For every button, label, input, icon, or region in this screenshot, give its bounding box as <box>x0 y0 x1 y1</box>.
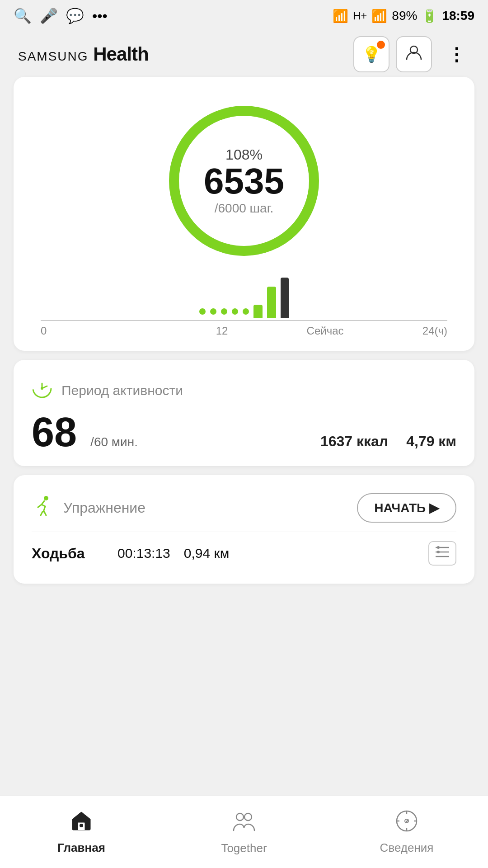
activity-distance: 4,79 км <box>406 433 456 450</box>
compass-icon <box>395 809 418 837</box>
search-icon: 🔍 <box>14 7 32 24</box>
activity-stats: 68 /60 мин. 1637 ккал 4,79 км <box>32 412 456 453</box>
chart-bars <box>41 276 447 321</box>
exercise-divider <box>32 532 456 532</box>
samsung-text: SAMSUNG <box>18 49 89 63</box>
notification-dot <box>377 41 385 49</box>
chart-labels: 0 12 Сейчас 24(ч) <box>41 321 447 337</box>
profile-button[interactable] <box>396 36 432 72</box>
header-actions: 💡 ⋮ <box>353 36 474 72</box>
nav-item-home[interactable]: Главная <box>0 809 163 855</box>
exercise-card[interactable]: Упражнение НАЧАТЬ ▶ Ходьба 00:13:13 0,94… <box>14 475 474 584</box>
svg-point-7 <box>44 496 48 500</box>
sim-icon: 📶 <box>333 9 348 24</box>
home-icon <box>70 809 93 837</box>
health-text: Health <box>93 43 148 65</box>
activity-title: Период активности <box>61 383 183 398</box>
together-icon <box>232 809 256 838</box>
main-content: 108% 6535 /6000 шаг. <box>0 77 488 674</box>
chart-dot-1 <box>199 308 206 315</box>
mic-icon: 🎤 <box>40 7 58 24</box>
network-icon: 📶 <box>371 9 387 24</box>
chart-label-end: 24(ч) <box>422 325 447 337</box>
activity-header: Период активности <box>32 378 456 403</box>
status-bar: 🔍 🎤 💬 ••• 📶 H+ 📶 89% 🔋 18:59 <box>0 0 488 32</box>
nav-label-together: Together <box>221 841 267 855</box>
nav-label-info: Сведения <box>380 841 434 855</box>
activity-minutes: 68 <box>32 412 77 453</box>
activity-icon <box>32 378 52 403</box>
chart-bar-current <box>281 278 289 318</box>
time-display: 18:59 <box>442 9 474 23</box>
svg-point-14 <box>244 813 252 821</box>
chart-label-now: Сейчас <box>307 325 344 337</box>
bottom-spacer <box>14 593 474 674</box>
whatsapp-icon: 💬 <box>66 7 84 24</box>
exercise-activity-name: Ходьба <box>32 545 104 562</box>
chart-dot-5 <box>243 308 249 315</box>
bottom-nav: Главная Together <box>0 796 488 868</box>
exercise-activity-row: Ходьба 00:13:13 0,94 км <box>32 537 456 570</box>
signal-icon: H+ <box>353 9 367 22</box>
steps-chart: 0 12 Сейчас 24(ч) <box>32 276 456 337</box>
chart-dot-4 <box>232 308 238 315</box>
exercise-activity-distance: 0,94 км <box>184 546 229 561</box>
start-exercise-button[interactable]: НАЧАТЬ ▶ <box>357 493 456 523</box>
chart-bar-2 <box>267 287 276 318</box>
exercise-header: Упражнение НАЧАТЬ ▶ <box>32 493 456 523</box>
vertical-dots-icon: ⋮ <box>447 44 465 65</box>
nav-item-info[interactable]: Сведения <box>325 809 488 855</box>
app-logo: SAMSUNG Health <box>18 43 149 65</box>
exercise-activity-time: 00:13:13 <box>117 546 170 561</box>
list-detail-icon[interactable] <box>428 541 456 566</box>
running-icon <box>32 495 54 522</box>
app-header: SAMSUNG Health 💡 ⋮ <box>0 32 488 77</box>
activity-secondary: 1637 ккал 4,79 км <box>320 433 456 450</box>
battery-icon: 🔋 <box>422 9 437 24</box>
chart-dot-3 <box>221 308 227 315</box>
battery-percent: 89% <box>392 9 417 23</box>
activity-goal: /60 мин. <box>90 435 138 449</box>
status-left-icons: 🔍 🎤 💬 ••• <box>14 7 108 24</box>
chart-bar-1 <box>253 305 263 318</box>
more-button[interactable]: ⋮ <box>438 36 474 72</box>
chart-dot-2 <box>210 308 216 315</box>
svg-point-11 <box>437 546 440 549</box>
svg-point-13 <box>236 813 244 821</box>
profile-icon <box>405 43 423 65</box>
exercise-left: Упражнение <box>32 495 145 522</box>
status-right: 📶 H+ 📶 89% 🔋 18:59 <box>333 9 474 24</box>
activity-calories: 1637 ккал <box>320 433 388 450</box>
svg-point-12 <box>437 551 440 553</box>
activity-card[interactable]: Период активности 68 /60 мин. 1637 ккал … <box>14 360 474 466</box>
exercise-title: Упражнение <box>63 500 145 516</box>
steps-card[interactable]: 108% 6535 /6000 шаг. <box>14 77 474 351</box>
steps-circle: 108% 6535 /6000 шаг. <box>163 99 325 262</box>
insights-button[interactable]: 💡 <box>353 36 389 72</box>
chart-label-start: 0 <box>41 325 47 337</box>
circle-text: 108% 6535 /6000 шаг. <box>204 146 284 216</box>
steps-goal: /6000 шаг. <box>204 201 284 216</box>
more-icon: ••• <box>92 8 108 24</box>
nav-item-together[interactable]: Together <box>163 809 325 855</box>
nav-label-home: Главная <box>57 841 105 855</box>
steps-count: 6535 <box>204 163 284 199</box>
chart-label-mid: 12 <box>216 325 228 337</box>
